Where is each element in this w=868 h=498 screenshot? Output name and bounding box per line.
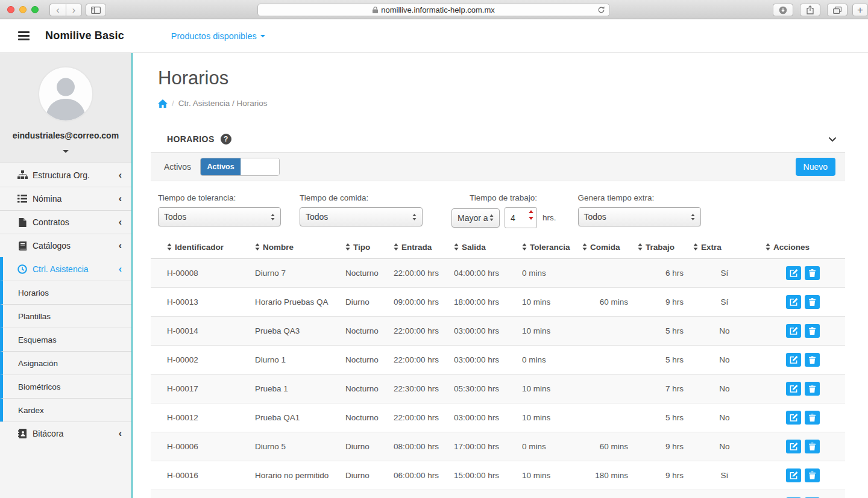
spinner-up-icon[interactable] [529, 210, 533, 213]
sidebar-item-catalogos[interactable]: Catálogos ‹ [0, 234, 131, 257]
sort-icon [582, 243, 587, 252]
edit-button[interactable] [786, 353, 801, 367]
cell-identificador: H-00007 [151, 490, 250, 498]
avatar [38, 66, 93, 122]
activos-toggle[interactable]: Activos [200, 158, 280, 176]
edit-button[interactable] [786, 266, 801, 280]
sidebar-subitem-asignacion[interactable]: Asignación [0, 351, 131, 375]
cell-entrada: 08:00:00 hrs [389, 432, 449, 461]
table-row: H-00002Diurno 1Nocturno22:00:00 hrs03:00… [151, 346, 845, 375]
filter-state-row: Activos Activos Nuevo [151, 153, 845, 181]
col-header-identificador[interactable]: Identificador [151, 237, 250, 259]
minimize-window-button[interactable] [19, 6, 27, 13]
delete-button[interactable] [805, 411, 820, 425]
table-row: H-00013Horario Pruebas QADiurno09:00:00 … [151, 288, 845, 317]
sidebar-item-bitacora[interactable]: Bitácora ‹ [0, 422, 131, 445]
home-icon[interactable] [158, 99, 168, 108]
sidebar-item-estructura-org[interactable]: Estructura Org. ‹ [0, 163, 131, 187]
edit-button[interactable] [786, 382, 801, 396]
hours-value: 4 [511, 213, 515, 223]
cell-tolerancia: 10 mins [517, 461, 577, 490]
sidebar-pane-icon [91, 7, 101, 14]
edit-button[interactable] [786, 440, 801, 453]
cell-salida: 03:00:00 hrs [449, 403, 517, 432]
sidebar-subitem-horarios[interactable]: Horarios [0, 281, 131, 304]
close-window-button[interactable] [7, 6, 14, 13]
filter-comida: Tiempo de comida: Todos [300, 193, 423, 226]
zoom-window-button[interactable] [31, 6, 39, 13]
browser-sidebar-button[interactable] [86, 4, 106, 16]
delete-button[interactable] [805, 468, 820, 482]
col-header-salida[interactable]: Salida [449, 237, 517, 259]
sort-icon [638, 243, 643, 252]
sidebar-item-label: Estructura Org. [33, 170, 119, 180]
cell-salida: 18:00:00 hrs [449, 288, 517, 317]
url-text: nomillive.informatic-help.com.mx [381, 5, 495, 14]
sidebar-item-contratos[interactable]: Contratos ‹ [0, 210, 131, 234]
number-spinner[interactable] [529, 210, 533, 220]
cell-comida [577, 259, 633, 288]
help-icon[interactable]: ? [221, 134, 231, 145]
share-button[interactable] [800, 4, 820, 16]
edit-button[interactable] [786, 295, 801, 309]
col-header-tipo[interactable]: Tipo [341, 237, 389, 259]
sidebar-subitem-kardex[interactable]: Kardex [0, 398, 131, 422]
col-header-acciones[interactable]: Acciones [761, 237, 845, 259]
downloads-button[interactable] [773, 4, 793, 16]
filter-extra: Genera tiempo extra: Todos [578, 193, 701, 226]
delete-button[interactable] [805, 266, 820, 280]
address-bar[interactable]: nomillive.informatic-help.com.mx [257, 4, 610, 16]
extra-select[interactable]: Todos [578, 207, 701, 226]
delete-button[interactable] [805, 324, 820, 338]
browser-back-button[interactable]: ‹ [49, 4, 66, 16]
sidebar-subitem-esquemas[interactable]: Esquemas [0, 328, 131, 351]
edit-button[interactable] [786, 468, 801, 482]
delete-button[interactable] [805, 440, 820, 453]
trabajo-operator-select[interactable]: Mayor a [451, 208, 500, 228]
comida-select[interactable]: Todos [300, 207, 423, 226]
cell-comida: 60 mins [577, 432, 633, 461]
delete-button[interactable] [805, 353, 820, 367]
cell-tipo: Diurno [341, 432, 389, 461]
cell-comida: 120 mins [577, 490, 633, 498]
delete-button[interactable] [805, 295, 820, 309]
col-header-extra[interactable]: Extra [688, 237, 761, 259]
show-tabs-button[interactable] [827, 4, 848, 16]
col-header-trabajo[interactable]: Trabajo [633, 237, 688, 259]
cell-identificador: H-00008 [151, 259, 250, 288]
cell-extra: No [688, 346, 761, 375]
browser-forward-button[interactable]: › [66, 4, 82, 16]
cell-tipo: Diurno [341, 461, 389, 490]
col-header-tolerancia[interactable]: Tolerancia [517, 237, 577, 259]
cell-tipo: Nocturno [341, 346, 389, 375]
cell-acciones [761, 375, 845, 403]
col-header-comida[interactable]: Comida [577, 237, 633, 259]
collapse-chevron-icon[interactable] [828, 137, 837, 142]
sidebar-subitem-plantillas[interactable]: Plantillas [0, 304, 131, 328]
new-button[interactable]: Nuevo [796, 158, 835, 176]
profile-menu-caret[interactable] [63, 150, 69, 153]
cell-salida: 05:30:00 hrs [449, 375, 517, 403]
chevron-left-icon: ‹ [119, 217, 122, 227]
cell-acciones [761, 490, 845, 498]
col-header-entrada[interactable]: Entrada [389, 237, 449, 259]
reload-icon[interactable] [597, 6, 605, 16]
sidebar-subitem-biometricos[interactable]: Biométricos [0, 375, 131, 398]
cell-trabajo: 7 hrs [633, 375, 688, 403]
edit-button[interactable] [786, 324, 801, 338]
menu-toggle-button[interactable] [18, 31, 30, 40]
cell-identificador: H-00014 [151, 317, 250, 346]
cell-tolerancia: 10 mins [517, 317, 577, 346]
col-header-nombre[interactable]: Nombre [250, 237, 341, 259]
delete-button[interactable] [805, 382, 820, 396]
products-dropdown[interactable]: Productos disponibles [171, 31, 265, 41]
trabajo-hours-input[interactable]: 4 [505, 207, 537, 228]
new-tab-button[interactable]: + [852, 4, 868, 16]
tolerancia-select[interactable]: Todos [158, 207, 281, 226]
panel-title: HORARIOS [167, 134, 215, 144]
cell-trabajo: 5 hrs [633, 403, 688, 432]
sidebar-item-ctrl-asistencia[interactable]: Ctrl. Asistencia ‹ [0, 257, 131, 281]
spinner-down-icon[interactable] [529, 217, 533, 220]
edit-button[interactable] [786, 411, 801, 425]
sidebar-item-nomina[interactable]: Nómina ‹ [0, 187, 131, 210]
